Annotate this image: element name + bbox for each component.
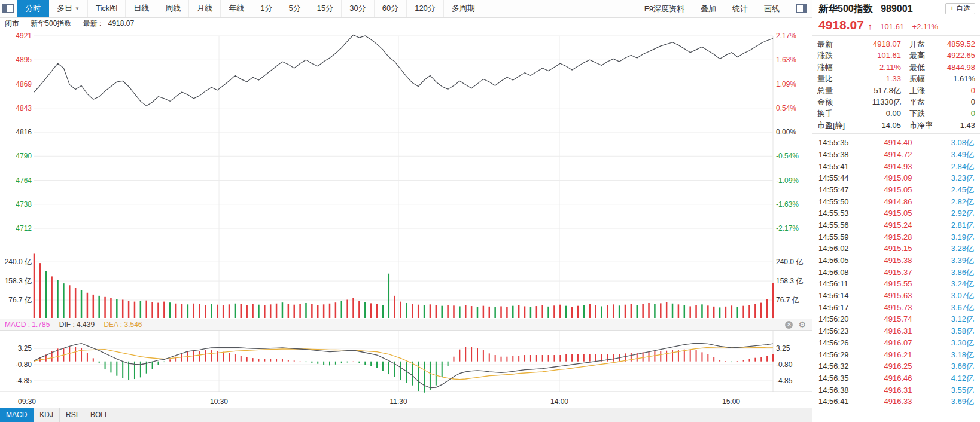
stat-value: 0 [943,96,975,108]
macd-axis-label: -4.85 [776,377,811,385]
tick-volume: 3.24亿 [935,278,974,290]
indicator-settings-gear-icon[interactable]: ⚙ [798,320,806,329]
stats-row: 最新4918.07开盘4859.52 [812,38,980,50]
tick-price: 4915.05 [862,184,935,196]
price-axis-label: 4738 [1,200,32,209]
tick-volume: 3.19亿 [935,231,974,243]
menu-item-F9深度资料[interactable]: F9深度资料 [644,4,684,14]
menu-item-统计[interactable]: 统计 [732,4,748,14]
tick-price: 4915.63 [862,290,935,302]
tick-row[interactable]: 14:56:234916.313.58亿 [812,325,980,337]
tick-row[interactable]: 14:55:354914.403.08亿 [812,137,980,149]
stat-label: 开盘 [909,38,943,50]
tick-row[interactable]: 14:56:054915.383.39亿 [812,255,980,267]
tick-price: 4916.46 [862,372,935,384]
tick-volume: 3.08亿 [935,137,974,149]
tick-volume: 3.39亿 [935,255,974,267]
stat-value: 1.33 [854,73,901,84]
tick-row[interactable]: 14:55:474915.052.45亿 [812,184,980,196]
tick-volume: 3.28亿 [935,243,974,255]
stat-label: 最新 [817,38,854,50]
tick-row[interactable]: 14:55:534915.052.92亿 [812,207,980,219]
tick-row[interactable]: 14:56:354916.464.12亿 [812,372,980,384]
period-tab-周线[interactable]: 周线 [157,0,189,17]
indicator-tab-BOLL[interactable]: BOLL [84,408,115,422]
dea-value-label: DEA : 3.546 [104,320,142,329]
tick-time: 14:55:35 [818,137,862,149]
stat-label: 涨跌 [817,50,854,61]
latest-label: 最新 : [83,19,102,27]
period-tab-月线[interactable]: 月线 [189,0,221,17]
tick-row[interactable]: 14:55:414914.932.84亿 [812,161,980,173]
status-bar: 闭市 新华500指数 最新 : 4918.07 [0,18,812,29]
tick-price: 4915.09 [862,172,935,184]
indicator-tab-KDJ[interactable]: KDJ [34,408,60,422]
macd-axis-label: -4.85 [1,377,32,385]
tick-time: 14:56:29 [818,349,862,361]
tick-row[interactable]: 14:56:204915.743.12亿 [812,313,980,325]
macd-axis-label: 3.25 [776,344,811,353]
tick-price: 4915.73 [862,302,935,314]
tick-row[interactable]: 14:56:174915.733.67亿 [812,302,980,314]
period-tab-分时[interactable]: 分时 [17,0,49,17]
stat-label: 最高 [909,50,943,61]
period-tab-5分[interactable]: 5分 [281,0,309,17]
period-tab-日线[interactable]: 日线 [126,0,157,17]
indicator-tab-MACD[interactable]: MACD [0,408,34,422]
tick-row[interactable]: 14:56:324916.253.66亿 [812,360,980,372]
period-tab-多日[interactable]: 多日▼ [49,0,88,17]
period-tab-60分[interactable]: 60分 [375,0,407,17]
period-tab-120分[interactable]: 120分 [407,0,444,17]
tick-row[interactable]: 14:56:084915.373.86亿 [812,267,980,279]
dif-value-label: DIF : 4.439 [59,320,95,329]
indicator-tab-RSI[interactable]: RSI [60,408,84,422]
price-axis-label: 4921 [1,32,32,40]
percent-axis-label: 0.54% [776,104,811,112]
tick-row[interactable]: 14:56:414916.333.69亿 [812,396,980,408]
chart-canvas[interactable] [0,29,812,408]
tick-row[interactable]: 14:56:384916.313.55亿 [812,384,980,396]
tick-volume: 3.69亿 [935,396,974,408]
period-tab-年线[interactable]: 年线 [221,0,252,17]
tick-time: 14:55:50 [818,196,862,208]
stats-row: 涨幅2.11%最低4844.98 [812,62,980,73]
tick-row[interactable]: 14:55:444915.093.23亿 [812,172,980,184]
tick-row[interactable]: 14:55:504914.862.82亿 [812,196,980,208]
period-tab-1分[interactable]: 1分 [252,0,281,17]
stat-value: 0.00 [854,108,901,119]
tick-price: 4915.15 [862,243,935,255]
tick-row[interactable]: 14:56:114915.553.24亿 [812,278,980,290]
tick-time: 14:55:59 [818,231,862,243]
price-axis-label: 4869 [1,80,32,88]
tick-row[interactable]: 14:56:144915.633.07亿 [812,290,980,302]
close-indicator-icon[interactable]: ✕ [785,321,793,329]
period-tab-多周期[interactable]: 多周期 [444,0,483,17]
volume-axis-label: 158.3 亿 [1,277,32,285]
collapse-left-panel-icon[interactable] [2,4,14,13]
menu-item-叠加[interactable]: 叠加 [701,4,716,14]
volume-axis-label: 76.7 亿 [1,296,32,304]
menu-item-画线[interactable]: 画线 [764,4,780,14]
stats-row: 市盈[静]14.05市净率1.43 [812,120,980,131]
stat-value: 4844.98 [943,62,975,73]
up-arrow-icon: ↑ [868,21,872,31]
expand-right-panel-icon[interactable] [796,4,807,13]
tick-row[interactable]: 14:56:264916.073.30亿 [812,337,980,349]
percent-axis-label: -1.09% [776,176,811,185]
tick-row[interactable]: 14:55:564915.242.81亿 [812,219,980,231]
tick-volume: 3.18亿 [935,349,974,361]
tick-row[interactable]: 14:56:024915.153.28亿 [812,243,980,255]
stat-label: 最低 [909,62,943,73]
tick-time: 14:56:26 [818,337,862,349]
tick-time: 14:56:41 [818,396,862,408]
stat-label: 平盘 [909,96,943,108]
period-tab-30分[interactable]: 30分 [342,0,374,17]
tick-row[interactable]: 14:56:294916.213.18亿 [812,349,980,361]
add-watchlist-button[interactable]: + 自选 [945,3,975,14]
period-tab-15分[interactable]: 15分 [309,0,342,17]
tick-row[interactable]: 14:55:594915.283.19亿 [812,231,980,243]
period-tab-Tick图[interactable]: Tick图 [88,0,126,17]
time-axis-label: 09:30 [18,397,36,406]
tick-volume: 3.86亿 [935,267,974,279]
tick-row[interactable]: 14:55:384914.723.49亿 [812,149,980,161]
